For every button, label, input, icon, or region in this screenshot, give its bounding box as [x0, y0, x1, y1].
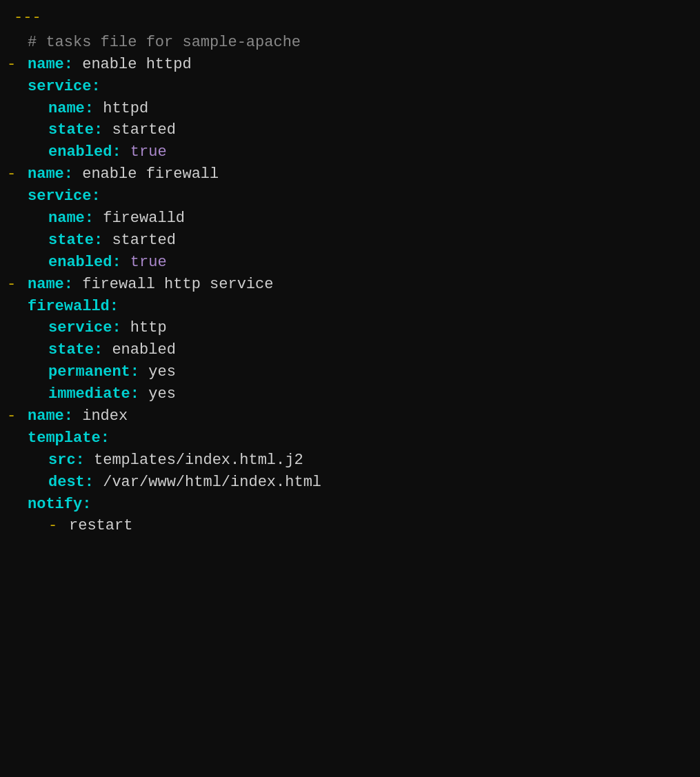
task4-field2-key: dest	[48, 472, 85, 494]
task3-field1-line: service : http	[7, 317, 693, 339]
task3-dash: -	[7, 274, 28, 296]
task3-field4-colon: :	[130, 383, 139, 405]
task1-field1-line: name : httpd	[7, 98, 693, 120]
task1-field2-key: state	[48, 119, 94, 141]
task4-notify-dash: -	[48, 515, 69, 537]
task1-field3-colon: :	[112, 141, 121, 163]
code-editor: --- # tasks file for sample-apache - nam…	[0, 7, 700, 537]
task3-name-key: name	[28, 274, 64, 296]
task4-field1-colon: :	[76, 450, 85, 472]
task1-field3-value: true	[121, 141, 167, 163]
task2-field3-key: enabled	[48, 252, 112, 274]
task4-field2-line: dest : /var/www/html/index.html	[7, 472, 693, 494]
task4-module-key: template	[28, 427, 101, 450]
task4-field2-colon: :	[85, 472, 94, 494]
task3-field4-line: immediate : yes	[7, 383, 693, 405]
task3-name-value: firewall http service	[73, 274, 273, 296]
task3-field1-key: service	[48, 317, 112, 339]
task1-field3-key: enabled	[48, 141, 112, 163]
task1-dash: -	[7, 54, 28, 76]
task1-name-value: enable httpd	[73, 54, 192, 76]
task1-module-line: service :	[7, 76, 693, 98]
task4-field1-key: src	[48, 450, 76, 472]
task1-field1-colon: :	[85, 98, 94, 120]
task2-field2-key: state	[48, 230, 94, 252]
task3-field3-colon: :	[130, 361, 139, 383]
task4-field1-line: src : templates/index.html.j2	[7, 450, 693, 472]
task2-name-key: name	[28, 163, 64, 185]
task2-field3-colon: :	[112, 252, 121, 274]
task1-module-key: service	[28, 76, 91, 98]
task4-notify-key: notify	[28, 494, 82, 516]
task1-name-line: - name : enable httpd	[7, 54, 693, 76]
task3-field3-value: yes	[139, 361, 176, 383]
task2-module-colon: :	[91, 185, 100, 208]
task3-field4-value: yes	[139, 383, 176, 405]
task4-name-key: name	[28, 405, 64, 427]
task4-name-colon: :	[64, 405, 73, 427]
task3-name-colon: :	[64, 274, 73, 296]
task1-name-colon: :	[64, 54, 73, 76]
task3-field3-line: permanent : yes	[7, 361, 693, 383]
task1-field2-colon: :	[94, 119, 103, 141]
task2-field2-line: state : started	[7, 230, 693, 252]
task1-field3-line: enabled : true	[7, 141, 693, 163]
task2-field1-line: name : firewalld	[7, 208, 693, 230]
task2-field1-colon: :	[85, 208, 94, 230]
task4-notify-line: notify :	[7, 494, 693, 516]
task2-name-value: enable firewall	[73, 163, 219, 185]
task1-field1-value: httpd	[94, 98, 148, 120]
yaml-doc-start: ---	[7, 7, 693, 29]
task3-module-key: firewalld	[28, 296, 110, 318]
task4-name-value: index	[73, 405, 128, 427]
task3-name-line: - name : firewall http service	[7, 274, 693, 296]
task2-field2-colon: :	[94, 230, 103, 252]
task4-notify-colon: :	[82, 494, 91, 516]
task4-module-colon: :	[101, 427, 110, 450]
task4-field2-value: /var/www/html/index.html	[94, 472, 321, 494]
task2-field3-line: enabled : true	[7, 252, 693, 274]
task4-field1-value: templates/index.html.j2	[85, 450, 303, 472]
task1-field2-line: state : started	[7, 119, 693, 141]
task1-name-key: name	[28, 54, 64, 76]
task4-notify-item-value: restart	[69, 515, 132, 537]
task3-field2-colon: :	[94, 339, 103, 361]
task2-field1-key: name	[48, 208, 85, 230]
task2-module-line: service :	[7, 185, 693, 208]
task1-module-colon: :	[91, 76, 100, 98]
task2-name-line: - name : enable firewall	[7, 163, 693, 185]
task3-field1-value: http	[121, 317, 167, 339]
task3-field1-colon: :	[112, 317, 121, 339]
task2-dash: -	[7, 163, 28, 185]
task3-field2-value: enabled	[103, 339, 176, 361]
task3-module-colon: :	[110, 296, 119, 318]
task2-name-colon: :	[64, 163, 73, 185]
task1-field1-key: name	[48, 98, 85, 120]
task2-field3-value: true	[121, 252, 167, 274]
task1-field2-value: started	[103, 119, 176, 141]
task2-field2-value: started	[103, 230, 176, 252]
task3-field2-key: state	[48, 339, 94, 361]
task4-dash: -	[7, 405, 28, 427]
task4-notify-item-line: - restart	[7, 515, 693, 537]
comment-text: # tasks file for sample-apache	[28, 32, 301, 54]
task3-field4-key: immediate	[48, 383, 130, 405]
task3-field3-key: permanent	[48, 361, 130, 383]
task2-field1-value: firewalld	[94, 208, 185, 230]
task4-module-line: template :	[7, 427, 693, 450]
task2-module-key: service	[28, 185, 91, 208]
task3-field2-line: state : enabled	[7, 339, 693, 361]
task3-module-line: firewalld :	[7, 296, 693, 318]
task4-name-line: - name : index	[7, 405, 693, 427]
comment-line: # tasks file for sample-apache	[7, 32, 693, 54]
